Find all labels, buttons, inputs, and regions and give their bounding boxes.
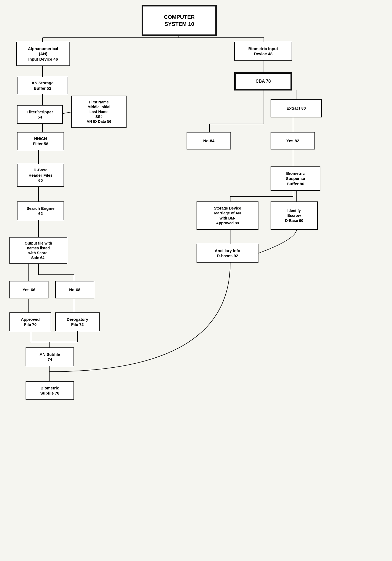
an-subfile-box: AN Subfile74 [26, 347, 74, 366]
nn-cn-filter-box: NN/CNFilter 58 [17, 132, 64, 150]
no-68-box: No-68 [55, 281, 94, 298]
identify-escrow-box: IdentifyEscrowD-Base 90 [271, 201, 318, 230]
an-input-label: Alphanumerical(AN)Input Device 46 [28, 46, 58, 62]
an-id-data-box: First NameMiddle InitialLast NameSS#AN I… [71, 96, 127, 128]
filter-stripper-label: Filter/Stripper54 [27, 109, 53, 120]
an-storage-label: AN StorageBuffer 52 [32, 80, 54, 91]
no-84-label: No-84 [203, 138, 215, 144]
yes-82-label: Yes-82 [286, 138, 299, 144]
yes-66-label: Yes-66 [23, 287, 36, 292]
filter-stripper-box: Filter/Stripper54 [17, 105, 63, 124]
computer-system-label: COMPUTER SYSTEM 10 [164, 13, 195, 27]
biometric-suspense-box: BiometricSuspenseBuffer 86 [271, 166, 320, 191]
storage-marriage-box: Storage DeviceMarriage of ANwith BM-Appr… [197, 201, 258, 230]
search-engine-label: Search Engine62 [26, 206, 54, 216]
biometric-subfile-box: BiometricSubfile 76 [26, 381, 74, 400]
diagram-container: COMPUTER SYSTEM 10 Alphanumerical(AN)Inp… [0, 0, 392, 561]
extract-label: Extract 80 [286, 106, 306, 111]
an-id-data-label: First NameMiddle InitialLast NameSS#AN I… [87, 100, 111, 124]
output-file-label: Output file withnames listedwith Score.S… [25, 241, 52, 260]
cba-label: CBA 78 [256, 79, 271, 84]
biometric-input-box: Biometric InputDevice 48 [234, 42, 292, 61]
output-file-box: Output file withnames listedwith Score.S… [9, 237, 67, 264]
an-subfile-label: AN Subfile74 [40, 352, 60, 362]
ancillary-label: Ancillary InfoD-bases 92 [215, 248, 240, 259]
cba-box: CBA 78 [234, 72, 292, 90]
approved-file-label: ApprovedFile 70 [21, 317, 40, 327]
no-84-box: No-84 [187, 132, 231, 149]
extract-box: Extract 80 [271, 99, 322, 117]
nn-cn-filter-label: NN/CNFilter 58 [33, 136, 48, 147]
dbase-header-label: D-BaseHeader Files60 [29, 167, 52, 183]
search-engine-box: Search Engine62 [17, 201, 64, 220]
yes-82-box: Yes-82 [271, 132, 315, 149]
no-68-label: No-68 [69, 287, 80, 292]
ancillary-box: Ancillary InfoD-bases 92 [197, 244, 258, 263]
an-storage-box: AN StorageBuffer 52 [17, 77, 68, 94]
biometric-subfile-label: BiometricSubfile 76 [40, 385, 60, 396]
derogatory-file-label: DerogatoryFile 72 [66, 317, 88, 327]
biometric-suspense-label: BiometricSuspenseBuffer 86 [286, 171, 305, 187]
computer-system-box: COMPUTER SYSTEM 10 [142, 5, 217, 36]
yes-66-box: Yes-66 [9, 281, 48, 298]
biometric-input-label: Biometric InputDevice 48 [248, 46, 278, 57]
an-input-device-box: Alphanumerical(AN)Input Device 46 [16, 42, 70, 66]
dbase-header-box: D-BaseHeader Files60 [17, 164, 64, 187]
storage-marriage-label: Storage DeviceMarriage of ANwith BM-Appr… [214, 206, 241, 225]
derogatory-file-box: DerogatoryFile 72 [55, 312, 100, 331]
identify-escrow-label: IdentifyEscrowD-Base 90 [285, 208, 303, 223]
approved-file-box: ApprovedFile 70 [9, 312, 51, 331]
